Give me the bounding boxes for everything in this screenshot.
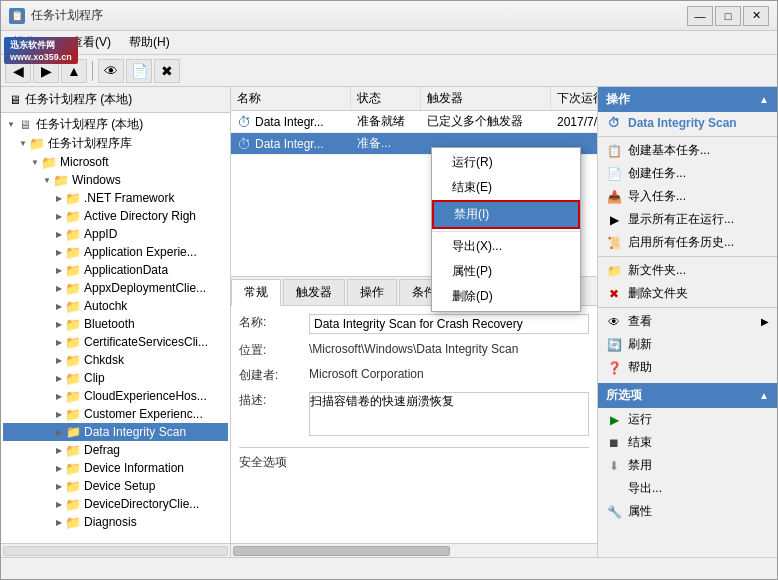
tree-item-datascan[interactable]: ▶ 📁 Data Integrity Scan [3,423,228,441]
tree-item-root[interactable]: ▼ 🖥 任务计划程序 (本地) [3,115,228,134]
action-refresh[interactable]: 🔄 刷新 [598,333,777,356]
sub-action-disable[interactable]: ⬇ 禁用 [598,454,777,477]
actions-panel: 操作 ▲ ⏱ Data Integrity Scan 📋 创建基本任务... 📄… [597,87,777,557]
tree-item-microsoft[interactable]: ▼ 📁 Microsoft [3,153,228,171]
tree-item-certsvc[interactable]: ▶ 📁 CertificateServicesCli... [3,333,228,351]
detail-label-name: 名称: [239,314,309,331]
close-button[interactable]: ✕ [743,6,769,26]
tree-item-defrag[interactable]: ▶ 📁 Defrag [3,441,228,459]
action-new-folder[interactable]: 📁 新文件夹... [598,259,777,282]
tree-item-chkdsk[interactable]: ▶ 📁 Chkdsk [3,351,228,369]
action-main-label: Data Integrity Scan [628,116,737,130]
tree-view[interactable]: ▼ 🖥 任务计划程序 (本地) ▼ 📁 任务计划程序库 ▼ 📁 Microsof… [1,113,230,543]
action-new-folder-label: 新文件夹... [628,262,686,279]
col-header-trigger: 触发器 [421,87,551,110]
actions-collapse-icon[interactable]: ▲ [759,94,769,105]
menu-help[interactable]: 帮助(H) [121,32,178,53]
tree-item-cloudexp[interactable]: ▶ 📁 CloudExperienceHos... [3,387,228,405]
col-header-next: 下次运行时间 [551,87,597,110]
action-delete-folder[interactable]: ✖ 删除文件夹 [598,282,777,305]
tree-item-devdirclnt[interactable]: ▶ 📁 DeviceDirectoryClie... [3,495,228,513]
folder-icon-nf: 📁 [65,190,81,206]
forward-button[interactable]: ▶ [33,59,59,83]
detail-content: 名称: 位置: \Microsoft\Windows\Data Integrit… [231,306,597,543]
tree-item-appdata[interactable]: ▶ 📁 ApplicationData [3,261,228,279]
tree-item-appid[interactable]: ▶ 📁 AppID [3,225,228,243]
folder-icon-autochk: 📁 [65,298,81,314]
up-button[interactable]: ▲ [61,59,87,83]
tree-item-autochk[interactable]: ▶ 📁 Autochk [3,297,228,315]
tree-item-clip[interactable]: ▶ 📁 Clip [3,369,228,387]
ctx-export[interactable]: 导出(X)... [432,234,580,259]
tree-label-appdata: ApplicationData [84,263,168,277]
action-view[interactable]: 👁 查看 ▶ [598,310,777,333]
tree-item-adr[interactable]: ▶ 📁 Active Directory Righ [3,207,228,225]
sub-action-export[interactable]: 导出... [598,477,777,500]
ctx-end[interactable]: 结束(E) [432,175,580,200]
action-create-basic[interactable]: 📋 创建基本任务... [598,139,777,162]
ctx-disable[interactable]: 禁用(I) [432,200,580,229]
detail-value-author: Microsoft Corporation [309,367,589,381]
task-cell-next-1: 2017/7/10 [551,113,597,131]
tree-item-appxdeploy[interactable]: ▶ 📁 AppxDeploymentClie... [3,279,228,297]
tab-actions[interactable]: 操作 [347,279,397,305]
folder-icon-microsoft: 📁 [41,154,57,170]
tab-general[interactable]: 常规 [231,279,281,306]
folder-icon-appid: 📁 [65,226,81,242]
delete-button[interactable]: ✖ [154,59,180,83]
left-panel: 🖥 任务计划程序 (本地) ▼ 🖥 任务计划程序 (本地) ▼ 📁 任务计划程序… [1,87,231,557]
tree-label-library: 任务计划程序库 [48,135,132,152]
minimize-button[interactable]: — [687,6,713,26]
sub-disable-icon: ⬇ [606,458,622,474]
delete-folder-icon: ✖ [606,286,622,302]
task-cell-name-1: ⏱ Data Integr... [231,112,351,132]
detail-input-name[interactable] [309,314,589,334]
action-help-label: 帮助 [628,359,652,376]
tree-item-netframework[interactable]: ▶ 📁 .NET Framework [3,189,228,207]
sub-action-properties[interactable]: 🔧 属性 [598,500,777,523]
tree-item-custexp[interactable]: ▶ 📁 Customer Experienc... [3,405,228,423]
properties-button[interactable]: 📄 [126,59,152,83]
sub-action-end[interactable]: ⏹ 结束 [598,431,777,454]
action-import-task[interactable]: 📥 导入任务... [598,185,777,208]
back-button[interactable]: ◀ [5,59,31,83]
action-create-task[interactable]: 📄 创建任务... [598,162,777,185]
folder-icon-devsetup: 📁 [65,478,81,494]
actions-title: 操作 [606,91,630,108]
action-show-running[interactable]: ▶ 显示所有正在运行... [598,208,777,231]
ctx-delete[interactable]: 删除(D) [432,284,580,309]
action-help[interactable]: ❓ 帮助 [598,356,777,379]
tree-item-devinfo[interactable]: ▶ 📁 Device Information [3,459,228,477]
menu-action[interactable]: 操作(A) [5,32,61,53]
tree-label-root: 任务计划程序 (本地) [36,116,143,133]
sub-action-export-label: 导出... [628,480,662,497]
tab-triggers[interactable]: 触发器 [283,279,345,305]
detail-textarea-desc[interactable]: 扫描容错卷的快速崩溃恢复 [309,392,589,436]
table-row[interactable]: ⏱ Data Integr... 准备就绪 已定义多个触发器 2017/7/10 [231,111,597,133]
tree-item-bluetooth[interactable]: ▶ 📁 Bluetooth [3,315,228,333]
tree-item-devsetup[interactable]: ▶ 📁 Device Setup [3,477,228,495]
show-hide-button[interactable]: 👁 [98,59,124,83]
maximize-button[interactable]: □ [715,6,741,26]
tree-item-windows[interactable]: ▼ 📁 Windows [3,171,228,189]
detail-h-scrollbar[interactable] [231,543,597,557]
ctx-properties[interactable]: 属性(P) [432,259,580,284]
tree-label-nf: .NET Framework [84,191,174,205]
horizontal-scrollbar[interactable] [1,543,230,557]
task-cell-trigger-2 [421,142,551,146]
sub-action-run[interactable]: ▶ 运行 [598,408,777,431]
menu-view[interactable]: 查看(V) [63,32,119,53]
arrow-datascan: ▶ [53,426,65,438]
folder-icon-bluetooth: 📁 [65,316,81,332]
toolbar: ◀ ▶ ▲ 👁 📄 ✖ [1,55,777,87]
tree-item-library[interactable]: ▼ 📁 任务计划程序库 [3,134,228,153]
tree-label-diagnosis: Diagnosis [84,515,137,529]
tree-item-appexp[interactable]: ▶ 📁 Application Experie... [3,243,228,261]
arrow-appexp: ▶ [53,246,65,258]
context-menu: 运行(R) 结束(E) 禁用(I) 导出(X)... 属性(P) [431,147,581,312]
tree-item-diagnosis[interactable]: ▶ 📁 Diagnosis [3,513,228,531]
folder-icon-appexp: 📁 [65,244,81,260]
ctx-run[interactable]: 运行(R) [432,150,580,175]
action-enable-history[interactable]: 📜 启用所有任务历史... [598,231,777,254]
sub-collapse-icon[interactable]: ▲ [759,390,769,401]
